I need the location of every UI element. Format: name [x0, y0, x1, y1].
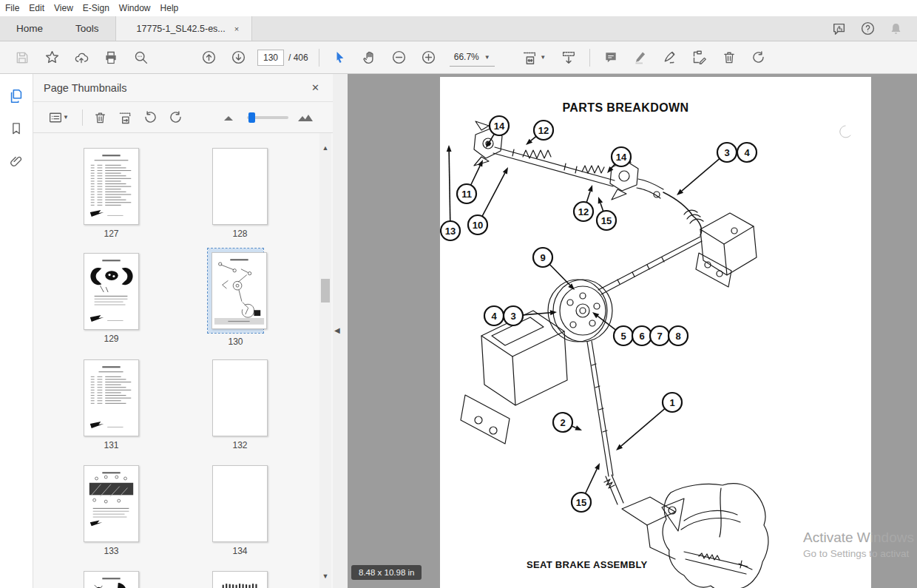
- thumbnail-options-button[interactable]: ▼: [44, 107, 73, 128]
- callout-1: 1: [616, 393, 682, 450]
- bookmark-icon: [9, 121, 24, 136]
- thumbnail-size-increase-button[interactable]: [296, 107, 315, 128]
- svg-text:9: 9: [540, 252, 545, 263]
- thumbnail-size-slider[interactable]: [247, 116, 288, 119]
- zoom-out-button[interactable]: [386, 44, 413, 71]
- callout-4: 4: [484, 306, 504, 325]
- select-tool-button[interactable]: [327, 44, 353, 71]
- hand-tool-button[interactable]: [356, 44, 383, 71]
- next-page-button[interactable]: [225, 44, 251, 71]
- svg-text:6: 6: [639, 331, 644, 342]
- panel-scrollbar[interactable]: ▲ ▼: [319, 133, 331, 588]
- collapse-panel-icon[interactable]: ◀: [334, 326, 340, 334]
- quick-toolbar: / 406 66.7% ▼: [0, 41, 917, 74]
- share-upload-button[interactable]: [68, 44, 95, 71]
- highlight-tool-button[interactable]: [627, 44, 654, 71]
- callout-6: 6: [632, 326, 652, 345]
- menu-file[interactable]: File: [5, 1, 27, 16]
- page-thumbnails-panel: Page Thumbnails ✕ ▼: [33, 74, 333, 588]
- zoom-level-select[interactable]: 66.7% ▼: [450, 49, 495, 67]
- svg-text:4: 4: [491, 311, 497, 322]
- page-thumbnail[interactable]: 128: [212, 148, 268, 239]
- previous-page-button[interactable]: [195, 44, 222, 71]
- fountain-pen-icon: [662, 50, 677, 65]
- tab-home[interactable]: Home: [0, 16, 59, 41]
- tab-document[interactable]: 17775-1_SL42.5-es... ×: [115, 16, 253, 41]
- feedback-icon: [831, 21, 847, 36]
- sidebar-item-attachments[interactable]: [4, 149, 29, 173]
- fit-width-button[interactable]: ▼: [515, 44, 552, 71]
- page-thumbnail[interactable]: 134: [212, 465, 268, 556]
- trash-icon: [93, 110, 107, 125]
- star-button[interactable]: [38, 44, 65, 71]
- svg-text:8: 8: [675, 331, 680, 342]
- printer-icon: [104, 50, 118, 65]
- thumbnail-size-decrease-button[interactable]: [220, 107, 237, 128]
- feedback-button[interactable]: [828, 19, 850, 38]
- close-panel-button[interactable]: ✕: [308, 81, 322, 95]
- svg-text:15: 15: [576, 497, 586, 508]
- help-button[interactable]: [856, 19, 879, 38]
- callout-12: 12: [574, 185, 593, 221]
- menu-edit[interactable]: Edit: [29, 1, 53, 16]
- scrollbar-thumb[interactable]: [321, 279, 330, 303]
- page-thumbnail[interactable]: 129: [84, 253, 139, 344]
- menu-view[interactable]: View: [54, 1, 81, 16]
- scroll-down-icon[interactable]: ▼: [319, 570, 331, 582]
- delete-pages-button[interactable]: [716, 44, 742, 71]
- sign-tool-button[interactable]: [657, 44, 683, 71]
- fill-sign-stamp-button[interactable]: [686, 44, 713, 71]
- menu-window[interactable]: Window: [119, 1, 159, 16]
- parts-diagram: 14121434111013121594356781215: [440, 77, 871, 588]
- page-thumbnail[interactable]: 130: [208, 249, 263, 347]
- page-size-tooltip: 8.48 x 10.98 in: [351, 565, 422, 580]
- rotate-ccw-button[interactable]: [139, 107, 161, 128]
- extract-pages-button[interactable]: [114, 107, 136, 128]
- zoom-in-button[interactable]: [416, 44, 442, 71]
- page-thumbnail[interactable]: 132: [212, 359, 268, 450]
- bell-icon: [889, 21, 903, 36]
- notifications-button[interactable]: [884, 19, 907, 38]
- save-button[interactable]: [9, 44, 35, 71]
- close-tab-icon[interactable]: ×: [232, 23, 241, 35]
- tab-tools[interactable]: Tools: [59, 16, 115, 41]
- star-icon: [44, 50, 60, 65]
- scrolling-mode-button[interactable]: [555, 44, 582, 71]
- paperclip-icon: [9, 154, 24, 169]
- zoom-level-value: 66.7%: [454, 52, 479, 62]
- print-button[interactable]: [98, 44, 124, 71]
- slider-handle[interactable]: [248, 112, 255, 123]
- rotate-clockwise-icon: [751, 50, 766, 65]
- callout-2: 2: [553, 413, 582, 432]
- sidebar-item-thumbnails[interactable]: [4, 84, 29, 108]
- page-thumbnail[interactable]: 133: [84, 465, 139, 556]
- rotate-pages-button[interactable]: [745, 44, 772, 71]
- menu-esign[interactable]: E-Sign: [83, 1, 118, 16]
- question-icon: [860, 21, 876, 36]
- sidebar-item-bookmarks[interactable]: [4, 117, 29, 141]
- search-button[interactable]: [127, 44, 154, 71]
- page-number-input[interactable]: [257, 50, 284, 66]
- svg-text:15: 15: [601, 215, 612, 226]
- thumbnail-page-number: 130: [208, 337, 263, 347]
- menu-help[interactable]: Help: [160, 1, 187, 16]
- thumbnail-page-number: 127: [84, 229, 139, 239]
- scroll-up-icon[interactable]: ▲: [319, 142, 331, 154]
- panel-splitter[interactable]: ◀: [333, 74, 348, 588]
- minus-circle-icon: [391, 50, 407, 65]
- page-thumbnail[interactable]: [84, 571, 139, 588]
- panel-delete-button[interactable]: [89, 107, 111, 128]
- page-thumbnail[interactable]: 127: [84, 148, 139, 239]
- chevron-down-icon: ▼: [484, 54, 490, 61]
- thumbnail-page-number: 133: [84, 546, 139, 556]
- page-up-icon: [201, 50, 217, 65]
- comment-tool-button[interactable]: [598, 44, 624, 71]
- document-pane: 14121434111013121594356781215 PARTS BREA…: [348, 74, 917, 588]
- callout-4: 4: [737, 143, 757, 162]
- callout-14: 14: [486, 116, 509, 148]
- cloud-upload-icon: [73, 50, 89, 65]
- small-mountain-icon: [223, 114, 234, 121]
- page-thumbnail[interactable]: [212, 571, 268, 588]
- rotate-cw-button[interactable]: [164, 107, 186, 128]
- page-thumbnail[interactable]: 131: [84, 359, 139, 450]
